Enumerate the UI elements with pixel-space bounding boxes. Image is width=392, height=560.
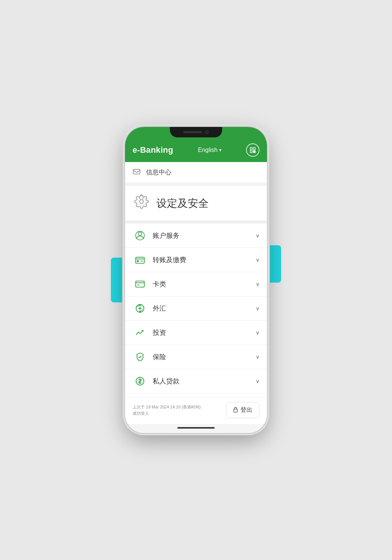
menu-label-card: 卡类	[153, 280, 256, 289]
investment-icon	[133, 327, 147, 338]
menu-chevron-card: ∨	[256, 281, 259, 287]
menu-label-transfer: 转账及缴费	[153, 255, 256, 264]
svg-rect-2	[250, 151, 252, 153]
transfer-icon	[133, 255, 147, 265]
card-icon	[133, 279, 147, 289]
settings-security-title: 设定及安全	[156, 196, 209, 211]
menu-item-card[interactable]: 卡类 ∨	[125, 272, 267, 296]
home-bar	[177, 427, 215, 429]
phone-notch	[170, 127, 222, 137]
menu-chevron-transfer: ∨	[256, 257, 259, 263]
svg-rect-12	[136, 257, 144, 263]
menu-label-insurance: 保险	[153, 352, 256, 361]
svg-rect-3	[253, 151, 254, 152]
logout-label: 登出	[240, 406, 252, 414]
phone-screen: e-Banking English ▾	[125, 127, 267, 433]
app-title: e-Banking	[133, 145, 173, 155]
menu-list: 账户服务 ∨ 转账及缴费 ∨	[125, 224, 267, 397]
svg-point-10	[138, 232, 141, 236]
menu-label-account: 账户服务	[153, 231, 256, 240]
settings-security-panel[interactable]: 设定及安全	[125, 186, 267, 221]
menu-chevron-account: ∨	[256, 233, 259, 239]
info-center-row[interactable]: 信息中心	[125, 162, 267, 183]
language-label: English	[198, 147, 217, 153]
menu-chevron-loan: ∨	[256, 378, 259, 384]
menu-item-transfer[interactable]: 转账及缴费 ∨	[125, 248, 267, 272]
menu-label-fx: 外汇	[153, 304, 256, 313]
svg-rect-14	[136, 281, 144, 287]
loan-icon	[133, 376, 147, 386]
language-chevron-icon: ▾	[219, 147, 221, 153]
logout-lock-icon	[233, 407, 238, 414]
menu-item-insurance[interactable]: 保险 ∨	[125, 345, 267, 369]
insurance-icon	[133, 352, 147, 362]
logout-button[interactable]: 登出	[226, 402, 259, 418]
svg-rect-8	[133, 169, 140, 174]
svg-point-13	[137, 261, 139, 262]
svg-rect-4	[255, 151, 255, 152]
last-login-info: 上次于 19 Mar 2024 14:10 (香港时间) 成功登入	[133, 404, 201, 416]
menu-label-investment: 投资	[153, 328, 256, 337]
svg-rect-22	[234, 409, 237, 412]
account-icon	[133, 230, 147, 241]
menu-chevron-fx: ∨	[256, 305, 259, 311]
menu-label-loan: 私人贷款	[153, 377, 256, 386]
svg-rect-7	[255, 152, 255, 152]
svg-rect-1	[253, 147, 255, 149]
menu-item-loan[interactable]: 私人贷款 ∨	[125, 369, 267, 393]
home-indicator	[125, 424, 267, 433]
menu-chevron-investment: ∨	[256, 330, 259, 336]
menu-item-account[interactable]: 账户服务 ∨	[125, 224, 267, 248]
settings-gear-icon	[134, 194, 149, 212]
info-center-icon	[133, 168, 141, 177]
menu-chevron-insurance: ∨	[256, 354, 259, 360]
menu-item-fx[interactable]: 外汇 ∨	[125, 296, 267, 321]
menu-item-mortgage[interactable]: 按揭 ∨	[125, 393, 267, 397]
fx-icon	[133, 303, 147, 314]
cyan-accent-right	[270, 245, 281, 283]
bottom-bar: 上次于 19 Mar 2024 14:10 (香港时间) 成功登入 登出	[125, 397, 267, 424]
qr-icon[interactable]	[246, 143, 259, 157]
svg-rect-0	[250, 147, 252, 149]
svg-rect-5	[253, 152, 254, 153]
cyan-accent-left	[111, 258, 122, 302]
notch-speaker	[183, 131, 202, 133]
phone-frame: e-Banking English ▾	[125, 127, 267, 433]
phone-wrapper: e-Banking English ▾	[118, 119, 274, 441]
notch-camera	[205, 130, 209, 134]
svg-point-9	[140, 200, 143, 203]
info-center-label: 信息中心	[146, 168, 171, 177]
menu-item-investment[interactable]: 投资 ∨	[125, 321, 267, 345]
language-selector[interactable]: English ▾	[198, 147, 221, 153]
